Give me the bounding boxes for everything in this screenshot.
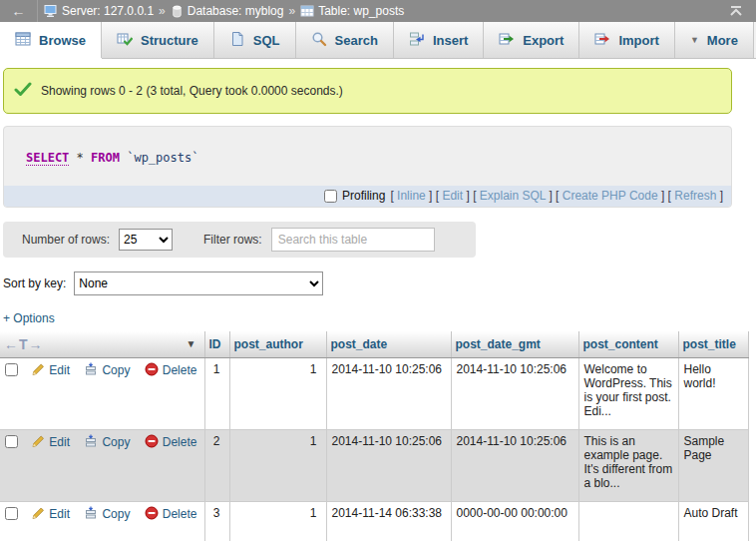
profiling-link-refresh[interactable]: Refresh <box>674 189 716 203</box>
header-post-author[interactable]: post_author <box>229 331 326 358</box>
cell-id: 1 <box>204 358 229 430</box>
table-icon <box>300 4 314 18</box>
tab-browse[interactable]: Browse <box>0 22 102 58</box>
row-actions: Edit Copy Delete <box>0 502 204 541</box>
tab-import[interactable]: Import <box>579 22 674 58</box>
pencil-icon <box>31 362 45 377</box>
pencil-icon <box>31 506 45 521</box>
breadcrumb-separator: » <box>159 4 166 18</box>
collapse-icon[interactable] <box>728 5 744 17</box>
tab-more[interactable]: ▼ More <box>675 22 754 58</box>
edit-link[interactable]: Edit <box>31 434 70 449</box>
page-size-select[interactable]: 25 <box>119 229 173 251</box>
row-checkbox[interactable] <box>5 507 18 520</box>
breadcrumb-server-label: Server: 127.0.0.1 <box>62 4 154 18</box>
tab-structure[interactable]: Structure <box>102 22 214 58</box>
delete-icon <box>145 362 159 377</box>
edit-link[interactable]: Edit <box>31 506 70 521</box>
tab-sql[interactable]: SQL <box>214 22 296 58</box>
profiling-link-create-php-code[interactable]: Create PHP Code <box>563 189 658 203</box>
sql-query-box: SELECT * FROM `wp_posts` Profiling [ Inl… <box>3 126 732 208</box>
status-message: Showing rows 0 - 2 (3 total, Query took … <box>3 68 732 114</box>
cell-post-date-gmt: 2014-11-10 10:25:06 <box>451 430 578 502</box>
sql-keyword-select: SELECT <box>26 151 69 166</box>
header-post-date-gmt[interactable]: post_date_gmt <box>451 331 578 358</box>
profiling-checkbox[interactable] <box>324 190 337 203</box>
copy-link[interactable]: Copy <box>84 506 130 521</box>
tab-bar: Browse Structure SQL Search Insert Expor… <box>0 22 756 59</box>
bracket: [ <box>553 189 563 203</box>
tab-export-label: Export <box>523 33 564 48</box>
header-post-title[interactable]: post_title <box>678 331 748 358</box>
table-row: Edit Copy Delete 1 1 2014-11-10 10:25:06… <box>0 358 748 430</box>
success-check-icon <box>14 82 32 100</box>
row-checkbox[interactable] <box>5 435 18 448</box>
options-toggle-link[interactable]: + Options <box>3 311 55 325</box>
breadcrumb-table-label: Table: wp_posts <box>318 4 404 18</box>
insert-icon <box>409 31 425 50</box>
breadcrumb-table[interactable]: Table: wp_posts <box>300 4 404 18</box>
number-of-rows-label: Number of rows: <box>22 233 110 247</box>
header-post-content[interactable]: post_content <box>578 331 678 358</box>
filter-rows-label: Filter rows: <box>203 233 262 247</box>
profiling-link-inline[interactable]: Inline <box>397 189 426 203</box>
copy-icon <box>84 506 98 521</box>
breadcrumb: Server: 127.0.0.1 » Database: myblog » T… <box>38 4 728 18</box>
tab-search[interactable]: Search <box>296 22 394 58</box>
sort-dropdown-icon[interactable]: ▼ <box>187 338 196 349</box>
tab-insert[interactable]: Insert <box>394 22 484 58</box>
delete-link[interactable]: Delete <box>145 362 197 377</box>
cell-post-content <box>578 502 678 541</box>
chevron-down-icon: ▼ <box>690 35 699 45</box>
database-icon <box>171 5 184 18</box>
sort-key-row: Sort by key: None <box>3 271 756 295</box>
bracket: ] <box>716 189 723 203</box>
sql-icon <box>229 31 245 50</box>
bracket: ] <box>463 189 470 203</box>
copy-icon <box>84 362 98 377</box>
profiling-link-edit[interactable]: Edit <box>442 189 463 203</box>
server-icon <box>44 4 58 18</box>
row-actions: Edit Copy Delete <box>0 358 204 430</box>
sql-query-text: SELECT * FROM `wp_posts` <box>4 127 731 186</box>
copy-link[interactable]: Copy <box>84 362 130 377</box>
cell-post-date-gmt: 0000-00-00 00:00:00 <box>451 502 578 541</box>
breadcrumb-server[interactable]: Server: 127.0.0.1 <box>44 4 154 18</box>
breadcrumb-database[interactable]: Database: myblog <box>171 4 284 18</box>
profiling-label: Profiling <box>342 189 385 203</box>
copy-link[interactable]: Copy <box>84 434 130 449</box>
tab-browse-label: Browse <box>39 33 86 48</box>
tab-sql-label: SQL <box>253 33 280 48</box>
row-actions: Edit Copy Delete <box>0 430 204 502</box>
row-order-arrows[interactable]: ←T→ <box>4 336 44 352</box>
table-row: Edit Copy Delete 2 1 2014-11-10 10:25:06… <box>0 430 748 502</box>
profiling-links: [ Inline ] [ Edit ] [ Explain SQL ] [ Cr… <box>390 189 723 203</box>
filter-rows-input[interactable] <box>271 228 435 252</box>
structure-icon <box>117 31 133 50</box>
status-message-text: Showing rows 0 - 2 (3 total, Query took … <box>41 84 343 98</box>
cell-post-author: 1 <box>229 430 326 502</box>
sql-star: * <box>69 151 91 165</box>
header-post-date[interactable]: post_date <box>326 331 451 358</box>
breadcrumb-separator: » <box>288 4 295 18</box>
tab-export[interactable]: Export <box>484 22 579 58</box>
row-checkbox[interactable] <box>5 363 18 376</box>
bracket: [ <box>664 189 674 203</box>
delete-link[interactable]: Delete <box>145 434 197 449</box>
cell-post-content: Welcome to WordPress. This is your first… <box>578 358 678 430</box>
back-arrow-button[interactable]: ← <box>0 0 38 22</box>
cell-post-title: Hello world! <box>678 358 748 430</box>
sort-key-select[interactable]: None <box>74 271 323 295</box>
cell-post-content: This is an example page. It's different … <box>578 430 678 502</box>
header-id[interactable]: ID <box>204 331 229 358</box>
copy-icon <box>84 434 98 449</box>
table-body: Edit Copy Delete 1 1 2014-11-10 10:25:06… <box>0 358 748 541</box>
cell-post-date: 2014-11-10 10:25:06 <box>326 430 451 502</box>
cell-post-author: 1 <box>229 358 326 430</box>
profiling-link-explain-sql[interactable]: Explain SQL <box>480 189 546 203</box>
cell-post-author: 1 <box>229 502 326 541</box>
table-row: Edit Copy Delete 3 1 2014-11-14 06:33:38… <box>0 502 748 541</box>
edit-link[interactable]: Edit <box>31 362 70 377</box>
delete-link[interactable]: Delete <box>145 506 197 521</box>
sql-table-ref: `wp_posts` <box>120 151 198 165</box>
